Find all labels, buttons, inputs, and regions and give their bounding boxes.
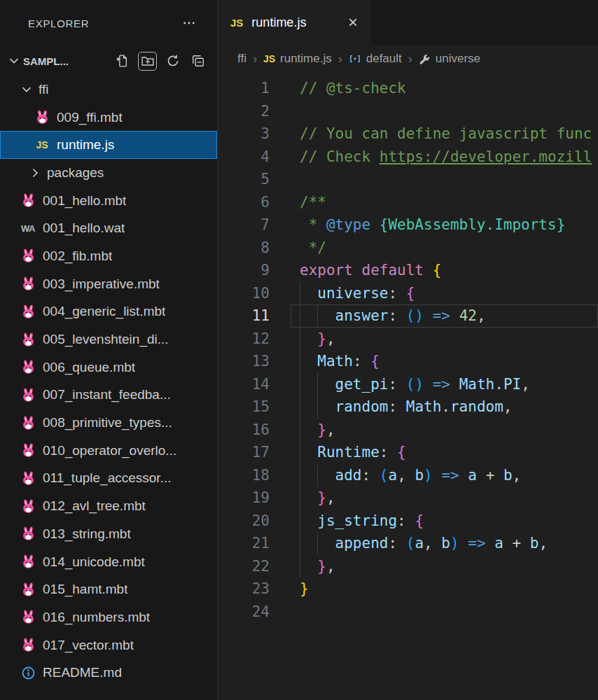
tab-runtime-js[interactable]: JS runtime.js × xyxy=(218,0,370,45)
line-number[interactable]: 3 xyxy=(218,125,270,142)
breadcrumb-item[interactable]: JSruntime.js xyxy=(263,52,332,66)
line-number[interactable]: 6 xyxy=(218,194,270,211)
breadcrumb-item[interactable]: default xyxy=(349,52,402,66)
line-number[interactable]: 13 xyxy=(218,353,270,370)
code-text: }, xyxy=(300,421,335,438)
refresh-button[interactable] xyxy=(163,52,182,71)
chevron-right-icon xyxy=(28,166,42,180)
code-area[interactable]: 1// @ts-check23// You can define javascr… xyxy=(218,73,598,700)
line-number[interactable]: 17 xyxy=(218,444,270,461)
line-number[interactable]: 23 xyxy=(218,580,270,597)
line-number[interactable]: 21 xyxy=(218,535,270,552)
line-number[interactable]: 4 xyxy=(218,148,270,165)
tree-item-label: 012_avl_tree.mbt xyxy=(43,498,146,514)
line-number[interactable]: 11 xyxy=(218,307,270,324)
code-line[interactable]: 13 Math: { xyxy=(218,350,598,373)
code-line[interactable]: 3// You can define javascript func xyxy=(218,122,598,146)
tree-item[interactable]: 001_hello.mbt xyxy=(0,187,217,215)
code-line[interactable]: 6/** xyxy=(218,191,598,214)
tree-item[interactable]: 008_primitive_types... xyxy=(0,409,217,437)
tree-item[interactable]: 015_hamt.mbt xyxy=(0,575,217,603)
code-text: }, xyxy=(300,489,335,506)
code-line[interactable]: 9export default { xyxy=(218,259,598,282)
close-icon[interactable]: × xyxy=(348,14,358,31)
code-line[interactable]: 12 }, xyxy=(218,328,598,351)
code-line[interactable]: 15 random: Math.random, xyxy=(218,396,598,419)
line-number[interactable]: 5 xyxy=(218,171,270,188)
line-number[interactable]: 12 xyxy=(218,330,270,347)
code-line[interactable]: 2 xyxy=(218,100,598,123)
code-text: export default { xyxy=(300,262,441,279)
code-line[interactable]: 14 get_pi: () => Math.PI, xyxy=(218,373,598,396)
tree-item[interactable]: ffi xyxy=(0,76,217,104)
code-line[interactable]: 18 add: (a, b) => a + b, xyxy=(218,464,598,487)
line-number[interactable]: 10 xyxy=(218,285,270,302)
more-actions-icon[interactable] xyxy=(179,13,199,33)
tree-item[interactable]: 016_numbers.mbt xyxy=(0,603,217,631)
code-line[interactable]: 22 }, xyxy=(218,555,598,578)
tree-item[interactable]: 014_unicode.mbt xyxy=(0,548,217,576)
tree-item[interactable]: 005_levenshtein_di... xyxy=(0,326,217,354)
code-line[interactable]: 23} xyxy=(218,578,598,601)
tree-item-label: 002_fib.mbt xyxy=(43,248,112,264)
code-text: // Check https://developer.mozill xyxy=(300,148,592,165)
new-folder-button[interactable] xyxy=(138,52,157,71)
section-header[interactable]: SAMPL... xyxy=(0,46,217,76)
code-line[interactable]: 11 answer: () => 42, xyxy=(218,304,598,328)
code-line[interactable]: 19 }, xyxy=(218,486,598,510)
tree-item[interactable]: 007_instant_feedba... xyxy=(0,382,217,410)
code-line[interactable]: 20 js_string: { xyxy=(218,510,598,533)
code-line[interactable]: 16 }, xyxy=(218,419,598,442)
line-number[interactable]: 16 xyxy=(218,421,270,438)
code-line[interactable]: 21 append: (a, b) => a + b, xyxy=(218,532,598,555)
line-number[interactable]: 1 xyxy=(218,80,270,97)
line-number[interactable]: 8 xyxy=(218,239,270,256)
line-number[interactable]: 19 xyxy=(218,489,270,506)
line-number[interactable]: 20 xyxy=(218,512,270,529)
tree-item[interactable]: 013_string.mbt xyxy=(0,520,217,548)
code-line[interactable]: 4// Check https://developer.mozill xyxy=(218,146,598,169)
rabbit-icon xyxy=(20,332,36,347)
code-line[interactable]: 8 */ xyxy=(218,237,598,260)
tree-item[interactable]: JSruntime.js xyxy=(0,131,217,159)
tree-item[interactable]: packages xyxy=(0,159,217,187)
code-line[interactable]: 24 xyxy=(218,601,598,624)
tree-item[interactable]: 002_fib.mbt xyxy=(0,242,217,270)
line-number[interactable]: 24 xyxy=(218,603,270,620)
code-line[interactable]: 10 universe: { xyxy=(218,282,598,305)
tree-item[interactable]: 006_queue.mbt xyxy=(0,354,217,382)
tree-item[interactable]: 004_generic_list.mbt xyxy=(0,298,217,326)
code-text: /** xyxy=(300,194,326,211)
new-file-button[interactable] xyxy=(113,52,132,71)
tree-item-label: ffi xyxy=(39,82,48,97)
breadcrumb-item[interactable]: ffi xyxy=(237,52,246,66)
tree-item[interactable]: 003_imperative.mbt xyxy=(0,270,217,298)
code-line[interactable]: 5 xyxy=(218,168,598,191)
code-line[interactable]: 17 Runtime: { xyxy=(218,441,598,464)
code-text: js_string: { xyxy=(300,512,424,529)
code-line[interactable]: 1// @ts-check xyxy=(218,77,598,100)
tree-item[interactable]: WA001_hello.wat xyxy=(0,214,217,242)
code-text: // You can define javascript func xyxy=(300,125,592,142)
tree-item[interactable]: 017_vector.mbt xyxy=(0,631,217,659)
file-tree: ffi009_ffi.mbtJSruntime.jspackages001_he… xyxy=(0,76,217,687)
line-number[interactable]: 2 xyxy=(218,103,270,120)
rabbit-icon xyxy=(20,276,36,291)
breadcrumb-separator-icon: › xyxy=(253,52,257,66)
tree-item[interactable]: 011_tuple_accessor... xyxy=(0,465,217,493)
code-line[interactable]: 7 * @type {WebAssembly.Imports} xyxy=(218,214,598,237)
explorer-title: EXPLORER xyxy=(28,18,89,29)
tree-item[interactable]: README.md xyxy=(0,659,217,687)
tree-item[interactable]: 012_avl_tree.mbt xyxy=(0,492,217,520)
line-number[interactable]: 14 xyxy=(218,376,270,393)
collapse-all-button[interactable] xyxy=(188,52,207,71)
line-number[interactable]: 15 xyxy=(218,398,270,415)
line-number[interactable]: 18 xyxy=(218,467,270,484)
tree-item[interactable]: 009_ffi.mbt xyxy=(0,104,217,132)
line-number[interactable]: 22 xyxy=(218,558,270,575)
breadcrumb-item[interactable]: universe xyxy=(419,52,480,66)
tree-item[interactable]: 010_operator_overlo... xyxy=(0,437,217,465)
line-number[interactable]: 9 xyxy=(218,262,270,279)
line-number[interactable]: 7 xyxy=(218,216,270,233)
code-text: random: Math.random, xyxy=(300,398,512,415)
